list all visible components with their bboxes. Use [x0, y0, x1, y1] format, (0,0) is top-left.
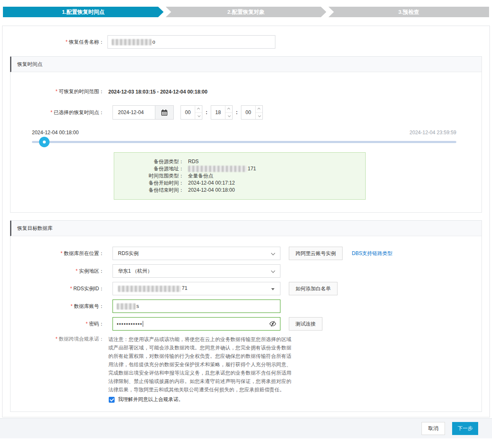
step-1-label: 1.配置恢复时间点: [62, 9, 105, 15]
backup-source-type-value: RDS: [188, 158, 199, 165]
required-marker: *: [50, 109, 52, 115]
text-cursor: [143, 321, 143, 327]
add-whitelist-help-button[interactable]: 如何添加白名单: [289, 282, 338, 295]
hour-decrement-button[interactable]: [195, 113, 202, 120]
minute-decrement-button[interactable]: [225, 113, 232, 120]
time-range-type-value: 全量备份点: [188, 172, 213, 180]
required-marker: *: [55, 89, 58, 94]
second-value: 00: [241, 106, 255, 119]
chevron-down-icon: [228, 114, 230, 117]
password-input[interactable]: •••••••••••: [113, 317, 280, 331]
cross-account-instance-button[interactable]: 跨阿里云账号实例: [289, 247, 343, 260]
task-name-input[interactable]: o: [107, 35, 275, 49]
chevron-down-icon: [271, 251, 275, 255]
account-suffix: s: [136, 303, 139, 309]
chevron-down-icon: [271, 269, 275, 273]
region-label: *实例地区：: [10, 268, 107, 275]
test-connection-button[interactable]: 测试连接: [289, 317, 322, 331]
recoverable-range-value: 2024-12-03 18:03:15 - 2024-12-04 00:18:0…: [108, 89, 207, 95]
selected-time-label: *已选择的恢复时间点：: [10, 109, 107, 116]
restore-date-value: 2024-12-04: [118, 109, 144, 115]
db-location-select[interactable]: RDS实例: [113, 247, 280, 260]
task-name-suffix: o: [152, 39, 155, 45]
backup-source-type-label: 备份源类型：: [114, 158, 184, 165]
minute-value: 18: [211, 106, 225, 119]
dbs-supported-links-link[interactable]: DBS支持链路类型: [352, 250, 393, 257]
chevron-up-icon: [197, 108, 200, 111]
redacted-account: [117, 303, 136, 310]
backup-source-addr-label: 备份源地址：: [114, 165, 184, 172]
rds-instance-select[interactable]: 71: [113, 282, 280, 295]
agree-row: 我理解并同意以上合规承诺。: [108, 396, 291, 403]
redacted-instance-id: [118, 286, 181, 292]
target-db-section: 恢复目标数据库 *数据库所在位置： RDS实例 跨阿里云账号实例 DBS支持链路…: [10, 220, 482, 412]
wizard-footer: 取消 下一步: [0, 418, 492, 438]
rds-instance-label: *RDS实例ID：: [10, 285, 107, 292]
db-location-value: RDS实例: [118, 250, 139, 257]
time-range-type-row: 时间范围类型： 全量备份点: [114, 172, 365, 180]
restore-time-section: 恢复时间点 *可恢复的时间范围： 2024-12-03 18:03:15 - 2…: [10, 56, 482, 213]
eye-slash-icon: [269, 320, 276, 327]
recoverable-range-row: *可恢复的时间范围： 2024-12-03 18:03:15 - 2024-12…: [10, 88, 482, 95]
minute-spinner[interactable]: 18: [211, 105, 233, 120]
compliance-box: 请注意：您使用该产品或该功能，将使您在云上的业务数据传输至您所选择的区域或产品部…: [108, 335, 291, 403]
backup-end-row: 备份结束时间： 2024-12-04 00:18:00: [114, 187, 365, 194]
second-decrement-button[interactable]: [256, 113, 262, 120]
step-2-label: 2.配置恢复对象: [228, 9, 265, 15]
backup-start-value: 2024-12-04 00:17:12: [188, 180, 235, 187]
db-account-input[interactable]: s: [113, 300, 280, 313]
time-range-type-label: 时间范围类型：: [114, 172, 184, 180]
second-spinner[interactable]: 00: [241, 105, 263, 120]
step-2-configure-restore-objects[interactable]: 2.配置恢复对象: [166, 7, 327, 17]
required-marker: *: [65, 39, 68, 45]
region-select[interactable]: 华东1 （杭州）: [113, 264, 280, 278]
db-account-label: *数据库账号：: [10, 303, 107, 310]
backup-end-label: 备份结束时间：: [114, 187, 184, 194]
region-row: *实例地区： 华东1 （杭州）: [10, 264, 482, 278]
task-name-label: *恢复任务名称：: [3, 39, 107, 46]
redacted-task-name: [112, 39, 152, 45]
backup-source-addr-row: 备份源地址： 171: [114, 165, 365, 172]
compliance-text: 请注意：您使用该产品或该功能，将使您在云上的业务数据传输至您所选择的区域或产品部…: [108, 335, 291, 394]
second-increment-button[interactable]: [256, 106, 262, 113]
backup-source-addr-value: 171: [188, 165, 256, 172]
region-value: 华东1 （杭州）: [118, 268, 152, 275]
task-name-row: *恢复任务名称： o: [3, 35, 489, 49]
hour-spinner[interactable]: 00: [181, 105, 202, 120]
next-step-button[interactable]: 下一步: [452, 422, 478, 435]
target-db-section-title: 恢复目标数据库: [10, 221, 482, 236]
hour-increment-button[interactable]: [195, 106, 202, 113]
minute-increment-button[interactable]: [225, 106, 232, 113]
required-marker: *: [70, 286, 72, 292]
chevron-down-icon: [258, 114, 261, 117]
backup-info-box: 备份源类型： RDS 备份源地址： 171 时间范围类型： 全量备份点 备份开始…: [114, 152, 366, 200]
step-3-precheck[interactable]: 3.预检查: [328, 7, 489, 17]
rds-instance-row: *RDS实例ID： 71 如何添加白名单: [10, 282, 482, 295]
time-separator: :: [206, 109, 207, 115]
calendar-picker-button[interactable]: [155, 105, 174, 120]
required-marker: *: [60, 250, 63, 256]
chevron-up-icon: [227, 108, 230, 111]
slider-min-label: 2024-12-04 00:18:00: [32, 130, 79, 135]
password-row: *密码： ••••••••••• 测试连接: [10, 317, 482, 331]
required-marker: *: [76, 268, 78, 274]
agree-checkbox[interactable]: [109, 397, 115, 403]
masked-password: •••••••••••: [117, 321, 142, 327]
restore-date-input[interactable]: 2024-12-04: [113, 105, 155, 120]
hour-value: 00: [181, 106, 195, 119]
slider-handle[interactable]: [39, 137, 50, 147]
step-3-label: 3.预检查: [398, 9, 419, 15]
selected-time-row: *已选择的恢复时间点： 2024-12-04 00: [10, 105, 482, 120]
compliance-label: *数据跨境合规承诺：: [10, 335, 107, 343]
db-account-row: *数据库账号： s: [10, 300, 482, 313]
backup-end-value: 2024-12-04 00:18:00: [188, 187, 235, 194]
slider-track[interactable]: [32, 141, 456, 143]
cancel-button[interactable]: 取消: [421, 422, 445, 435]
backup-source-type-row: 备份源类型： RDS: [114, 158, 365, 165]
toggle-password-visibility-button[interactable]: [269, 320, 276, 328]
restore-time-section-title: 恢复时间点: [10, 57, 482, 72]
required-marker: *: [55, 336, 58, 342]
step-1-configure-restore-time[interactable]: 1.配置恢复时间点: [3, 7, 164, 17]
time-separator: :: [236, 109, 238, 115]
slider-max-label: 2024-12-04 23:59:59: [410, 130, 456, 135]
